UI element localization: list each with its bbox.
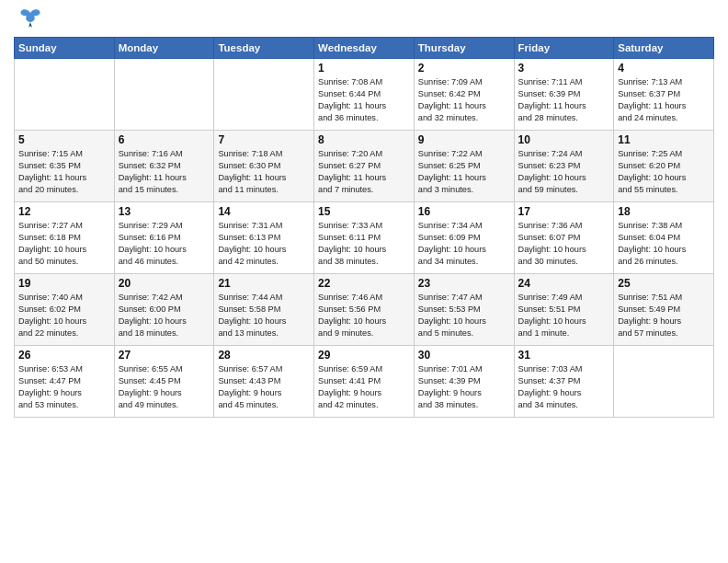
day-number: 6 [119, 133, 210, 146]
day-number: 15 [318, 205, 410, 218]
day-number: 13 [119, 205, 210, 218]
day-info: Sunrise: 7:22 AM Sunset: 6:25 PM Dayligh… [418, 148, 510, 196]
day-number: 30 [418, 349, 510, 362]
day-number: 17 [518, 205, 610, 218]
weekday-header-tuesday: Tuesday [214, 38, 314, 59]
calendar-table: SundayMondayTuesdayWednesdayThursdayFrid… [14, 37, 714, 418]
calendar-cell: 22Sunrise: 7:46 AM Sunset: 5:56 PM Dayli… [314, 274, 415, 346]
day-number: 11 [618, 133, 710, 146]
day-info: Sunrise: 7:24 AM Sunset: 6:23 PM Dayligh… [518, 148, 610, 196]
calendar-cell: 7Sunrise: 7:18 AM Sunset: 6:30 PM Daylig… [214, 131, 314, 202]
day-info: Sunrise: 7:16 AM Sunset: 6:32 PM Dayligh… [119, 148, 210, 196]
day-number: 23 [418, 277, 510, 290]
calendar-cell: 16Sunrise: 7:34 AM Sunset: 6:09 PM Dayli… [414, 202, 514, 274]
calendar-cell: 19Sunrise: 7:40 AM Sunset: 6:02 PM Dayli… [15, 274, 115, 346]
calendar-cell: 17Sunrise: 7:36 AM Sunset: 6:07 PM Dayli… [514, 202, 614, 274]
day-number: 31 [518, 349, 610, 362]
day-info: Sunrise: 7:34 AM Sunset: 6:09 PM Dayligh… [418, 220, 510, 268]
day-info: Sunrise: 7:49 AM Sunset: 5:51 PM Dayligh… [518, 292, 610, 339]
day-number: 10 [518, 133, 610, 146]
day-number: 14 [218, 205, 310, 218]
week-row-1: 1Sunrise: 7:08 AM Sunset: 6:44 PM Daylig… [15, 59, 714, 131]
day-number: 5 [18, 133, 110, 146]
day-number: 7 [218, 133, 310, 146]
calendar-cell: 28Sunrise: 6:57 AM Sunset: 4:43 PM Dayli… [214, 346, 314, 418]
day-info: Sunrise: 7:18 AM Sunset: 6:30 PM Dayligh… [218, 148, 310, 196]
day-number: 26 [18, 349, 110, 362]
calendar-cell: 10Sunrise: 7:24 AM Sunset: 6:23 PM Dayli… [514, 131, 614, 202]
weekday-header-thursday: Thursday [414, 38, 514, 59]
day-number: 9 [418, 133, 510, 146]
weekday-header-sunday: Sunday [15, 38, 115, 59]
day-info: Sunrise: 6:55 AM Sunset: 4:45 PM Dayligh… [119, 363, 210, 411]
day-number: 29 [318, 349, 410, 362]
header [14, 9, 714, 31]
day-info: Sunrise: 7:11 AM Sunset: 6:39 PM Dayligh… [518, 76, 610, 124]
day-info: Sunrise: 6:53 AM Sunset: 4:47 PM Dayligh… [18, 363, 110, 411]
day-number: 16 [418, 205, 510, 218]
calendar-cell: 23Sunrise: 7:47 AM Sunset: 5:53 PM Dayli… [414, 274, 514, 346]
day-info: Sunrise: 7:44 AM Sunset: 5:58 PM Dayligh… [218, 292, 310, 339]
day-info: Sunrise: 7:13 AM Sunset: 6:37 PM Dayligh… [618, 76, 710, 124]
logo [14, 9, 43, 31]
day-info: Sunrise: 6:57 AM Sunset: 4:43 PM Dayligh… [218, 363, 310, 411]
day-number: 18 [618, 205, 710, 218]
weekday-header-friday: Friday [514, 38, 614, 59]
calendar-cell: 4Sunrise: 7:13 AM Sunset: 6:37 PM Daylig… [614, 59, 714, 131]
day-info: Sunrise: 7:38 AM Sunset: 6:04 PM Dayligh… [618, 220, 710, 268]
calendar-cell: 27Sunrise: 6:55 AM Sunset: 4:45 PM Dayli… [114, 346, 214, 418]
calendar-cell: 31Sunrise: 7:03 AM Sunset: 4:37 PM Dayli… [514, 346, 614, 418]
day-info: Sunrise: 7:29 AM Sunset: 6:16 PM Dayligh… [119, 220, 210, 268]
day-info: Sunrise: 7:03 AM Sunset: 4:37 PM Dayligh… [518, 363, 610, 411]
calendar-cell: 5Sunrise: 7:15 AM Sunset: 6:35 PM Daylig… [15, 131, 115, 202]
day-number: 19 [18, 277, 110, 290]
day-number: 20 [119, 277, 210, 290]
day-info: Sunrise: 7:25 AM Sunset: 6:20 PM Dayligh… [618, 148, 710, 196]
calendar-cell: 2Sunrise: 7:09 AM Sunset: 6:42 PM Daylig… [414, 59, 514, 131]
day-number: 27 [119, 349, 210, 362]
day-number: 21 [218, 277, 310, 290]
calendar-cell: 12Sunrise: 7:27 AM Sunset: 6:18 PM Dayli… [15, 202, 115, 274]
day-number: 25 [618, 277, 710, 290]
day-info: Sunrise: 7:33 AM Sunset: 6:11 PM Dayligh… [318, 220, 410, 268]
day-info: Sunrise: 6:59 AM Sunset: 4:41 PM Dayligh… [318, 363, 410, 411]
calendar-cell: 3Sunrise: 7:11 AM Sunset: 6:39 PM Daylig… [514, 59, 614, 131]
week-row-5: 26Sunrise: 6:53 AM Sunset: 4:47 PM Dayli… [15, 346, 714, 418]
calendar-cell [15, 59, 115, 131]
day-info: Sunrise: 7:15 AM Sunset: 6:35 PM Dayligh… [18, 148, 110, 196]
day-number: 2 [418, 62, 510, 75]
calendar-cell: 8Sunrise: 7:20 AM Sunset: 6:27 PM Daylig… [314, 131, 415, 202]
day-number: 22 [318, 277, 410, 290]
day-info: Sunrise: 7:31 AM Sunset: 6:13 PM Dayligh… [218, 220, 310, 268]
week-row-2: 5Sunrise: 7:15 AM Sunset: 6:35 PM Daylig… [15, 131, 714, 202]
day-number: 4 [618, 62, 710, 75]
calendar-cell: 18Sunrise: 7:38 AM Sunset: 6:04 PM Dayli… [614, 202, 714, 274]
week-row-3: 12Sunrise: 7:27 AM Sunset: 6:18 PM Dayli… [15, 202, 714, 274]
day-info: Sunrise: 7:09 AM Sunset: 6:42 PM Dayligh… [418, 76, 510, 124]
calendar-cell: 11Sunrise: 7:25 AM Sunset: 6:20 PM Dayli… [614, 131, 714, 202]
day-info: Sunrise: 7:42 AM Sunset: 6:00 PM Dayligh… [119, 292, 210, 339]
calendar-cell: 20Sunrise: 7:42 AM Sunset: 6:00 PM Dayli… [114, 274, 214, 346]
calendar-cell: 26Sunrise: 6:53 AM Sunset: 4:47 PM Dayli… [15, 346, 115, 418]
day-number: 12 [18, 205, 110, 218]
day-number: 28 [218, 349, 310, 362]
calendar-cell: 15Sunrise: 7:33 AM Sunset: 6:11 PM Dayli… [314, 202, 415, 274]
weekday-header-monday: Monday [114, 38, 214, 59]
day-number: 1 [318, 62, 410, 75]
calendar-cell: 1Sunrise: 7:08 AM Sunset: 6:44 PM Daylig… [314, 59, 415, 131]
day-info: Sunrise: 7:47 AM Sunset: 5:53 PM Dayligh… [418, 292, 510, 339]
calendar-cell: 30Sunrise: 7:01 AM Sunset: 4:39 PM Dayli… [414, 346, 514, 418]
calendar-cell [614, 346, 714, 418]
calendar-cell [214, 59, 314, 131]
weekday-header-wednesday: Wednesday [314, 38, 415, 59]
logo-bird-icon [17, 6, 43, 31]
weekday-header-row: SundayMondayTuesdayWednesdayThursdayFrid… [15, 38, 714, 59]
week-row-4: 19Sunrise: 7:40 AM Sunset: 6:02 PM Dayli… [15, 274, 714, 346]
calendar-cell: 6Sunrise: 7:16 AM Sunset: 6:32 PM Daylig… [114, 131, 214, 202]
calendar-cell: 21Sunrise: 7:44 AM Sunset: 5:58 PM Dayli… [214, 274, 314, 346]
day-number: 8 [318, 133, 410, 146]
calendar-cell: 9Sunrise: 7:22 AM Sunset: 6:25 PM Daylig… [414, 131, 514, 202]
day-info: Sunrise: 7:40 AM Sunset: 6:02 PM Dayligh… [18, 292, 110, 339]
calendar-cell: 13Sunrise: 7:29 AM Sunset: 6:16 PM Dayli… [114, 202, 214, 274]
calendar-cell: 25Sunrise: 7:51 AM Sunset: 5:49 PM Dayli… [614, 274, 714, 346]
